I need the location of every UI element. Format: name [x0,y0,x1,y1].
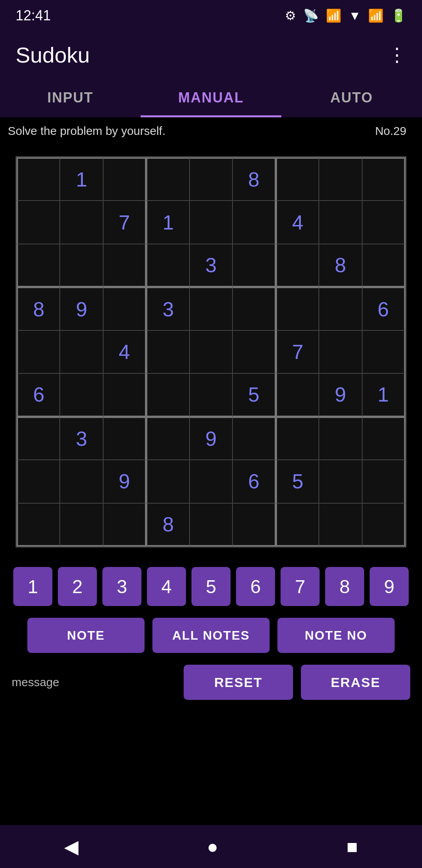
sudoku-cell-r8c8[interactable] [362,503,405,546]
erase-button[interactable]: ERASE [301,665,410,700]
num-btn-8[interactable]: 8 [325,567,364,606]
sudoku-cell-r8c6[interactable] [276,503,319,546]
sudoku-cell-r3c3[interactable]: 3 [146,287,189,330]
sudoku-cell-r2c4[interactable]: 3 [190,244,232,287]
sudoku-cell-r1c4[interactable] [190,201,232,244]
sudoku-cell-r7c3[interactable] [146,460,189,503]
sudoku-cell-r4c8[interactable] [362,330,405,373]
sudoku-cell-r6c5[interactable] [232,417,275,460]
sudoku-cell-r7c4[interactable] [190,460,232,503]
note-no-button[interactable]: NOTE NO [277,618,395,653]
sudoku-cell-r0c7[interactable] [319,158,362,201]
tab-input[interactable]: INPUT [0,78,141,117]
sudoku-cell-r1c6[interactable]: 4 [276,201,319,244]
sudoku-cell-r2c6[interactable] [276,244,319,287]
sudoku-cell-r2c1[interactable] [60,244,103,287]
sudoku-cell-r1c0[interactable] [17,201,60,244]
sudoku-cell-r2c3[interactable] [146,244,189,287]
sudoku-cell-r6c3[interactable] [146,417,189,460]
sudoku-cell-r4c3[interactable] [146,330,189,373]
sudoku-cell-r0c2[interactable] [103,158,146,201]
num-btn-6[interactable]: 6 [236,567,275,606]
sudoku-cell-r2c2[interactable] [103,244,146,287]
sudoku-cell-r5c7[interactable]: 9 [319,373,362,416]
sudoku-cell-r3c7[interactable] [319,287,362,330]
sudoku-cell-r4c4[interactable] [190,330,232,373]
sudoku-cell-r5c5[interactable]: 5 [232,373,275,416]
sudoku-cell-r0c5[interactable]: 8 [232,158,275,201]
recent-button[interactable]: ■ [347,836,358,857]
sudoku-cell-r7c7[interactable] [319,460,362,503]
sudoku-cell-r2c7[interactable]: 8 [319,244,362,287]
sudoku-cell-r1c5[interactable] [232,201,275,244]
sudoku-cell-r0c6[interactable] [276,158,319,201]
num-btn-9[interactable]: 9 [370,567,409,606]
sudoku-cell-r4c7[interactable] [319,330,362,373]
sudoku-cell-r4c1[interactable] [60,330,103,373]
sudoku-cell-r6c8[interactable] [362,417,405,460]
sudoku-cell-r1c8[interactable] [362,201,405,244]
sudoku-cell-r7c2[interactable]: 9 [103,460,146,503]
sudoku-cell-r3c4[interactable] [190,287,232,330]
sudoku-cell-r7c5[interactable]: 6 [232,460,275,503]
more-options-icon[interactable]: ⋮ [388,44,406,66]
sudoku-cell-r5c8[interactable]: 1 [362,373,405,416]
tab-auto[interactable]: AUTO [281,78,422,117]
sudoku-cell-r0c4[interactable] [190,158,232,201]
sudoku-cell-r3c0[interactable]: 8 [17,287,60,330]
sudoku-cell-r8c1[interactable] [60,503,103,546]
sudoku-cell-r7c6[interactable]: 5 [276,460,319,503]
sudoku-cell-r6c2[interactable] [103,417,146,460]
sudoku-cell-r0c8[interactable] [362,158,405,201]
sudoku-cell-r8c2[interactable] [103,503,146,546]
sudoku-cell-r5c2[interactable] [103,373,146,416]
sudoku-cell-r2c8[interactable] [362,244,405,287]
sudoku-cell-r6c0[interactable] [17,417,60,460]
all-notes-button[interactable]: ALL NOTES [152,618,270,653]
sudoku-cell-r6c6[interactable] [276,417,319,460]
sudoku-cell-r2c0[interactable] [17,244,60,287]
sudoku-cell-r8c0[interactable] [17,503,60,546]
sudoku-cell-r7c1[interactable] [60,460,103,503]
sudoku-cell-r3c1[interactable]: 9 [60,287,103,330]
sudoku-cell-r4c2[interactable]: 4 [103,330,146,373]
sudoku-cell-r6c7[interactable] [319,417,362,460]
sudoku-cell-r1c7[interactable] [319,201,362,244]
sudoku-cell-r5c1[interactable] [60,373,103,416]
tab-manual[interactable]: MANUAL [141,78,281,117]
reset-button[interactable]: RESET [184,665,293,700]
sudoku-cell-r1c2[interactable]: 7 [103,201,146,244]
sudoku-cell-r0c1[interactable]: 1 [60,158,103,201]
sudoku-cell-r4c6[interactable]: 7 [276,330,319,373]
sudoku-cell-r3c6[interactable] [276,287,319,330]
home-button[interactable]: ● [207,836,218,857]
back-button[interactable]: ◀ [64,836,79,857]
sudoku-cell-r1c3[interactable]: 1 [146,201,189,244]
num-btn-7[interactable]: 7 [281,567,320,606]
sudoku-cell-r6c4[interactable]: 9 [190,417,232,460]
sudoku-cell-r3c5[interactable] [232,287,275,330]
sudoku-cell-r3c2[interactable] [103,287,146,330]
sudoku-cell-r8c7[interactable] [319,503,362,546]
num-btn-2[interactable]: 2 [58,567,97,606]
sudoku-cell-r4c0[interactable] [17,330,60,373]
num-btn-5[interactable]: 5 [191,567,231,606]
sudoku-cell-r3c8[interactable]: 6 [362,287,405,330]
sudoku-cell-r8c5[interactable] [232,503,275,546]
sudoku-cell-r1c1[interactable] [60,201,103,244]
num-btn-4[interactable]: 4 [147,567,186,606]
sudoku-cell-r4c5[interactable] [232,330,275,373]
sudoku-cell-r0c0[interactable] [17,158,60,201]
sudoku-cell-r2c5[interactable] [232,244,275,287]
sudoku-cell-r0c3[interactable] [146,158,189,201]
note-button[interactable]: NOTE [27,618,145,653]
sudoku-cell-r5c0[interactable]: 6 [17,373,60,416]
sudoku-cell-r8c4[interactable] [190,503,232,546]
sudoku-cell-r5c4[interactable] [190,373,232,416]
sudoku-cell-r8c3[interactable]: 8 [146,503,189,546]
num-btn-1[interactable]: 1 [13,567,52,606]
sudoku-cell-r6c1[interactable]: 3 [60,417,103,460]
sudoku-cell-r7c0[interactable] [17,460,60,503]
num-btn-3[interactable]: 3 [102,567,141,606]
sudoku-cell-r5c3[interactable] [146,373,189,416]
